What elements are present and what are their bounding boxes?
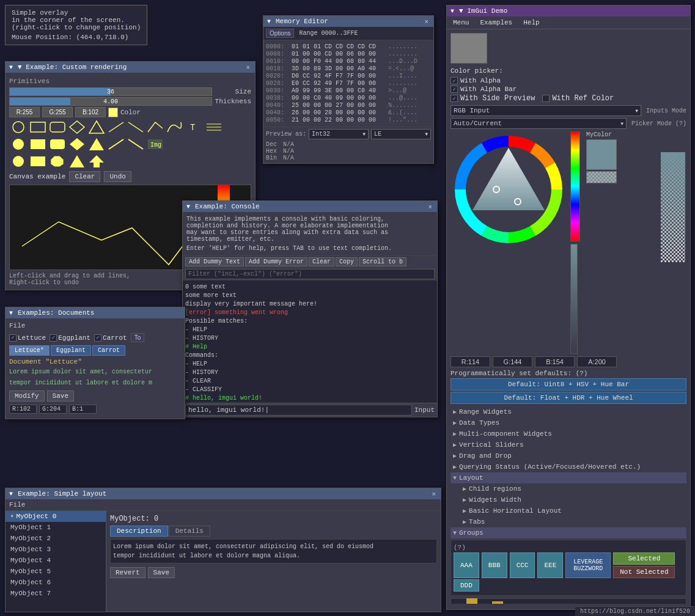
revert-btn[interactable]: Revert (110, 567, 145, 578)
with-alpha-bar-checkbox[interactable]: ✓ (450, 86, 458, 93)
selected-btn[interactable]: Selected (613, 552, 675, 565)
b-field[interactable]: B:154 (535, 356, 575, 367)
size-slider[interactable]: 36 (9, 87, 212, 96)
layout-item[interactable]: ▶Widgets Width (460, 494, 686, 505)
g-color-btn[interactable]: G:255 (42, 107, 73, 117)
list-item[interactable]: ●MyObject 0 (6, 511, 106, 522)
save-layout-btn[interactable]: Save (148, 567, 175, 578)
custom-rendering-titlebar[interactable]: ▼ ▼ Example: Custom rendering × (6, 62, 255, 73)
carrot-checkbox[interactable]: ✓ (94, 334, 101, 342)
g-field[interactable]: G:144 (493, 356, 532, 367)
console-input[interactable] (185, 405, 412, 416)
mem-row: 0040: 25 00 00 00 27 00 00 00 %....... (266, 102, 431, 109)
prog-btn1[interactable]: Default: Uint8 + HSV + Hue Bar (450, 378, 686, 391)
circle-fill-icon (9, 137, 28, 152)
menu-help[interactable]: Help (521, 18, 542, 27)
layout-header[interactable]: ▼ Layout (450, 472, 686, 483)
tree-item[interactable]: ▶Vertical Sliders (450, 439, 686, 450)
preview-type-dropdown[interactable]: Int32 ▼ (309, 129, 369, 139)
group-aaa-btn[interactable]: AAA (454, 552, 479, 578)
layout-item[interactable]: ▶Tabs (460, 516, 686, 527)
tree-item[interactable]: ▶Querying Status (Active/Focused/Hovered… (450, 461, 686, 472)
copy-console-btn[interactable]: Copy (336, 257, 358, 266)
triangle-fill-icon (87, 137, 106, 152)
list-item[interactable]: MyObject 1 (6, 522, 106, 533)
modify-btn[interactable]: Modify (9, 391, 45, 402)
scroll-btn[interactable]: Scroll to b (359, 257, 406, 266)
tab-description[interactable]: Description (110, 526, 168, 537)
doc-tab-buttons: Lettuce* Eggplant Carrot (9, 344, 181, 357)
custom-rendering-close[interactable]: × (245, 64, 251, 71)
tree-item[interactable]: ▶Drag and Drop (450, 450, 686, 461)
memory-editor-titlebar[interactable]: ▼ Memory Editor × (263, 16, 433, 27)
tab-details[interactable]: Details (169, 526, 210, 537)
clear-canvas-btn[interactable]: Clear (69, 171, 100, 182)
filter-input[interactable] (185, 269, 435, 279)
list-item[interactable]: MyObject 5 (6, 566, 106, 577)
list-item[interactable]: MyObject 6 (6, 577, 106, 588)
list-item[interactable]: MyObject 2 (6, 533, 106, 544)
clear-console-btn[interactable]: Clear (309, 257, 334, 266)
console-close[interactable]: × (427, 203, 433, 210)
save-doc-btn[interactable]: Save (47, 391, 74, 402)
group-ddd-btn[interactable]: DDD (454, 579, 479, 592)
undo-canvas-btn[interactable]: Undo (104, 171, 131, 182)
to-btn[interactable]: To (131, 333, 145, 342)
a-field[interactable]: A:200 (577, 356, 617, 367)
layout-item[interactable]: ▶Basic Horizontal Layout (460, 505, 686, 516)
prog-btn2[interactable]: Default: Float + HDR + Hue Wheel (450, 392, 686, 404)
tree-item[interactable]: ▶Multi-component Widgets (450, 428, 686, 439)
picker-mode-dropdown[interactable]: Auto/Current ▼ (450, 118, 627, 129)
alpha-strips (570, 131, 580, 354)
color-wheel-svg[interactable] (450, 131, 567, 248)
lettuce-checkbox[interactable]: ✓ (9, 334, 17, 342)
mem-bytes: 01 00 00 CD 00 06 00 00 (292, 51, 386, 57)
group-eee-btn[interactable]: EEE (537, 552, 563, 578)
mem-options-btn[interactable]: Options (266, 29, 294, 38)
add-dummy-error-btn[interactable]: Add Dummy Error (245, 257, 307, 266)
memory-editor-close[interactable]: × (424, 18, 430, 25)
rgb-input-dropdown[interactable]: RGB Input ▼ (450, 105, 641, 116)
tree-item[interactable]: ▶Data Types (450, 417, 686, 428)
console-line: Possible matches: (185, 317, 435, 326)
mem-row: 0038: 00 00 C0 40 09 00 00 00 ...@.... (266, 95, 431, 101)
not-selected-btn[interactable]: Not Selected (613, 566, 675, 578)
layout-item[interactable]: ▶Child regions (460, 483, 686, 494)
r-color-btn[interactable]: R:255 (9, 107, 40, 117)
eggplant-checkbox[interactable]: ✓ (50, 334, 57, 342)
console-line: # hello, imgui world! (185, 394, 435, 403)
group-ccc-btn[interactable]: CCC (510, 552, 535, 578)
add-dummy-text-btn[interactable]: Add Dummy Text (185, 257, 244, 266)
documents-titlebar[interactable]: ▼ Examples: Documents (6, 307, 185, 318)
rgb-input-arrow: ▼ (635, 108, 638, 114)
list-item[interactable]: MyObject 3 (6, 544, 106, 555)
alpha-gradient-strip[interactable] (570, 131, 580, 241)
group-bbb-btn[interactable]: BBB (482, 552, 507, 578)
simple-layout-titlebar[interactable]: ▼ Example: Simple layout × (6, 488, 441, 499)
console-titlebar[interactable]: ▼ Example: Console × (183, 201, 437, 212)
r-field[interactable]: R:114 (450, 356, 490, 367)
menu-menu[interactable]: Menu (450, 18, 471, 27)
carrot-tab-btn[interactable]: Carrot (92, 345, 125, 356)
console-line: - HELP (185, 360, 435, 369)
preview-endian-dropdown[interactable]: LE ▼ (371, 129, 431, 139)
list-item[interactable]: MyObject 7 (6, 588, 106, 599)
with-side-preview-checkbox[interactable]: ✓ (450, 95, 458, 102)
with-alpha-checkbox[interactable]: ✓ (450, 77, 458, 84)
menu-examples[interactable]: Examples (477, 18, 515, 27)
eggplant-tab-btn[interactable]: Eggplant (51, 345, 91, 356)
b-color-btn[interactable]: B:102 (75, 107, 106, 117)
tree-item[interactable]: ▶Range Widgets (450, 406, 686, 417)
layout-arrow: ▶ (463, 518, 466, 526)
lettuce-tab-btn[interactable]: Lettuce* (9, 345, 50, 356)
mem-bytes: 21 00 00 22 00 00 00 00 (292, 117, 386, 123)
groups-header[interactable]: ▼ Groups (450, 527, 686, 538)
simple-layout-close[interactable]: × (431, 490, 437, 497)
list-item[interactable]: MyObject 4 (6, 555, 106, 566)
alpha-strip[interactable] (570, 244, 578, 354)
leverage-btn[interactable]: LEVERAGEBUZZWORD (565, 552, 611, 578)
imgui-demo-titlebar[interactable]: ▼ ▼ ImGui Demo (447, 6, 690, 16)
with-ref-color-checkbox[interactable] (542, 95, 550, 102)
thickness-slider[interactable]: 4.00 (9, 97, 212, 106)
memory-editor-title: Memory Editor (276, 18, 328, 25)
